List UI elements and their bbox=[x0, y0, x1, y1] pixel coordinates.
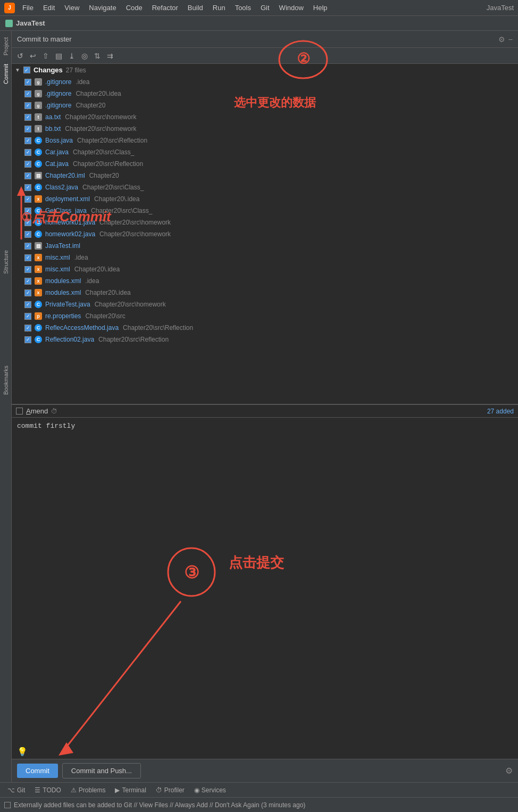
amend-left: Amend ⏱ bbox=[16, 407, 57, 415]
file-item[interactable]: ✓ C Boss.java Chapter20\src\Reflection bbox=[12, 135, 518, 146]
file-checkbox[interactable]: ✓ bbox=[24, 90, 31, 97]
changes-area[interactable]: ▼ ✓ Changes 27 files ✓ g .gitignore .ide… bbox=[12, 64, 518, 404]
download-btn[interactable]: ⤓ bbox=[66, 51, 77, 61]
file-item[interactable]: ✓ g .gitignore Chapter20 bbox=[12, 100, 518, 111]
minimize-icon[interactable]: − bbox=[508, 35, 513, 44]
file-item[interactable]: ✓ C homework01.java Chapter20\src\homewo… bbox=[12, 217, 518, 228]
file-checkbox[interactable]: ✓ bbox=[24, 289, 31, 296]
undo-btn[interactable]: ↩ bbox=[28, 51, 38, 61]
file-item[interactable]: ✓ C Cat.java Chapter20\src\Reflection bbox=[12, 158, 518, 170]
file-checkbox[interactable]: ✓ bbox=[24, 301, 31, 308]
file-item[interactable]: ✓ t aa.txt Chapter20\src\homework bbox=[12, 111, 518, 123]
tab-todo[interactable]: ☰ TODO bbox=[30, 785, 65, 796]
file-checkbox[interactable]: ✓ bbox=[24, 102, 31, 109]
file-item[interactable]: ✓ x misc.xml .idea bbox=[12, 252, 518, 263]
menu-refactor[interactable]: Refactor bbox=[148, 3, 182, 13]
file-name: GetClass_java bbox=[45, 207, 87, 214]
menu-navigate[interactable]: Navigate bbox=[85, 3, 120, 13]
changes-checkbox[interactable]: ✓ bbox=[23, 67, 30, 73]
sidebar-item-structure[interactable]: Structure bbox=[2, 248, 10, 276]
file-checkbox[interactable]: ✓ bbox=[24, 79, 31, 86]
file-icon-text: t bbox=[35, 113, 42, 121]
file-item[interactable]: ✓ t bb.txt Chapter20\src\homework bbox=[12, 123, 518, 135]
file-checkbox[interactable]: ✓ bbox=[24, 114, 31, 121]
tab-git[interactable]: ⌥ Git bbox=[3, 785, 29, 796]
file-checkbox[interactable]: ✓ bbox=[24, 243, 31, 250]
left-sidebar: Project Commit Structure Bookmarks bbox=[0, 31, 12, 782]
menu-file[interactable]: File bbox=[18, 3, 38, 13]
file-checkbox[interactable]: ✓ bbox=[24, 325, 31, 332]
file-checkbox[interactable]: ✓ bbox=[24, 208, 31, 214]
file-item[interactable]: ✓ g .gitignore .idea bbox=[12, 76, 518, 88]
expand-btn[interactable]: ⇅ bbox=[92, 51, 103, 61]
commit-gear-icon[interactable]: ⚙ bbox=[505, 766, 513, 776]
window-title: JavaTest bbox=[487, 4, 514, 12]
collapse-btn[interactable]: ⇉ bbox=[105, 51, 115, 61]
tab-services[interactable]: ◉ Services bbox=[190, 785, 230, 796]
file-item[interactable]: ✓ C Car.java Chapter20\src\Class_ bbox=[12, 146, 518, 158]
file-checkbox[interactable]: ✓ bbox=[24, 219, 31, 226]
eye-btn[interactable]: ◎ bbox=[79, 51, 90, 61]
commit-and-push-button[interactable]: Commit and Push... bbox=[62, 763, 141, 778]
file-checkbox[interactable]: ✓ bbox=[24, 126, 31, 132]
file-icon-gitignore: g bbox=[35, 78, 42, 86]
file-item[interactable]: ✓ ▤ JavaTest.iml bbox=[12, 240, 518, 252]
file-item[interactable]: ✓ x modules.xml Chapter20\.idea bbox=[12, 287, 518, 299]
tab-terminal[interactable]: ▶ Terminal bbox=[111, 785, 150, 796]
file-item[interactable]: ✓ C Class2.java Chapter20\src\Class_ bbox=[12, 181, 518, 193]
file-item[interactable]: ✓ C PrivateTest.java Chapter20\src\homew… bbox=[12, 299, 518, 310]
sidebar-item-project[interactable]: Project bbox=[2, 35, 10, 57]
file-item[interactable]: ✓ C Reflection02.java Chapter20\src\Refl… bbox=[12, 334, 518, 345]
tab-profiler[interactable]: ⏱ Profiler bbox=[152, 785, 189, 796]
file-checkbox[interactable]: ✓ bbox=[24, 254, 31, 261]
file-item[interactable]: ✓ C ReflecAccessMethod.java Chapter20\sr… bbox=[12, 322, 518, 334]
menu-build[interactable]: Build bbox=[183, 3, 207, 13]
menu-code[interactable]: Code bbox=[122, 3, 147, 13]
amend-checkbox[interactable] bbox=[16, 408, 23, 415]
move-btn[interactable]: ⇧ bbox=[40, 51, 51, 61]
menu-tools[interactable]: Tools bbox=[231, 3, 255, 13]
file-item[interactable]: ✓ C GetClass_java Chapter20\src\Class_ bbox=[12, 205, 518, 217]
commit-button[interactable]: Commit bbox=[17, 764, 58, 778]
refresh-btn[interactable]: ↺ bbox=[15, 51, 26, 61]
file-name: Chapter20.iml bbox=[45, 172, 85, 179]
sidebar-item-commit[interactable]: Commit bbox=[2, 62, 10, 86]
menu-git[interactable]: Git bbox=[256, 3, 274, 13]
menu-view[interactable]: View bbox=[60, 3, 83, 13]
sidebar-item-bookmarks[interactable]: Bookmarks bbox=[2, 363, 10, 397]
file-icon-java: C bbox=[35, 230, 42, 238]
settings-icon[interactable]: ⚙ bbox=[498, 35, 505, 44]
menu-run[interactable]: Run bbox=[208, 3, 230, 13]
tab-todo-label: TODO bbox=[43, 786, 61, 794]
file-checkbox[interactable]: ✓ bbox=[24, 184, 31, 191]
diff-btn[interactable]: ▤ bbox=[53, 51, 64, 61]
commit-message-input[interactable]: commit firstly bbox=[12, 418, 518, 744]
file-item[interactable]: ✓ ▤ Chapter20.iml Chapter20 bbox=[12, 170, 518, 181]
changes-count: 27 files bbox=[66, 67, 86, 74]
file-checkbox[interactable]: ✓ bbox=[24, 336, 31, 343]
file-item[interactable]: ✓ p re.properties Chapter20\src bbox=[12, 310, 518, 322]
file-checkbox[interactable]: ✓ bbox=[24, 161, 31, 168]
file-path: Chapter20\src\homework bbox=[65, 125, 136, 132]
file-item[interactable]: ✓ x modules.xml .idea bbox=[12, 275, 518, 287]
changes-header[interactable]: ▼ ✓ Changes 27 files bbox=[12, 64, 518, 76]
menu-edit[interactable]: Edit bbox=[39, 3, 59, 13]
file-item[interactable]: ✓ g .gitignore Chapter20\.idea bbox=[12, 88, 518, 100]
file-checkbox[interactable]: ✓ bbox=[24, 137, 31, 144]
file-checkbox[interactable]: ✓ bbox=[24, 266, 31, 273]
menu-help[interactable]: Help bbox=[309, 3, 332, 13]
tab-problems[interactable]: ⚠ Problems bbox=[66, 785, 110, 796]
status-checkbox bbox=[4, 802, 11, 808]
file-checkbox[interactable]: ✓ bbox=[24, 313, 31, 320]
file-checkbox[interactable]: ✓ bbox=[24, 278, 31, 285]
file-checkbox[interactable]: ✓ bbox=[24, 172, 31, 179]
menu-window[interactable]: Window bbox=[275, 3, 308, 13]
file-item[interactable]: ✓ x deployment.xml Chapter20\.idea bbox=[12, 193, 518, 205]
file-checkbox[interactable]: ✓ bbox=[24, 196, 31, 203]
file-checkbox[interactable]: ✓ bbox=[24, 149, 31, 156]
file-item[interactable]: ✓ C homework02.java Chapter20\src\homewo… bbox=[12, 228, 518, 240]
file-icon-xml: x bbox=[35, 195, 42, 203]
file-checkbox[interactable]: ✓ bbox=[24, 231, 31, 238]
file-item[interactable]: ✓ x misc.xml Chapter20\.idea bbox=[12, 263, 518, 275]
commit-panel-header: Commit to master ⚙ − bbox=[12, 31, 518, 48]
